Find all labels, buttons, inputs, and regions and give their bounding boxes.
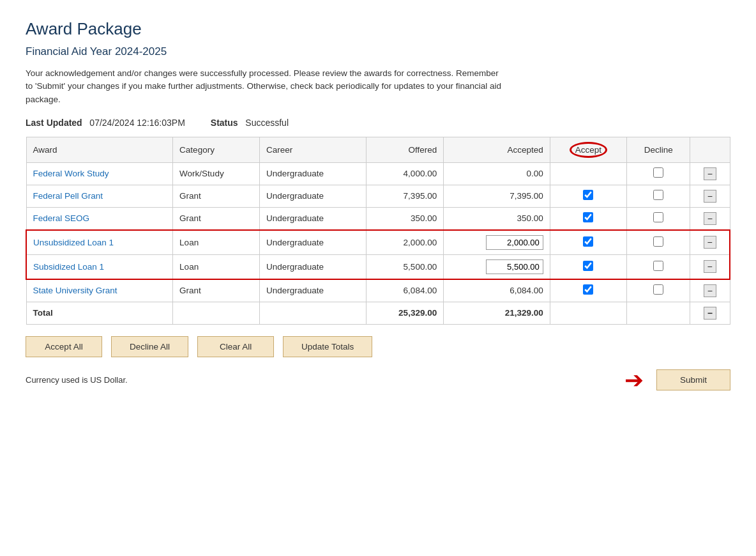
table-row: Federal SEOGGrantUndergraduate350.00350.… bbox=[26, 207, 730, 230]
decline-checkbox[interactable] bbox=[653, 190, 663, 200]
accept-checkbox-cell[interactable] bbox=[550, 279, 626, 302]
decline-checkbox[interactable] bbox=[653, 167, 663, 178]
accept-checkbox-cell[interactable] bbox=[550, 162, 626, 185]
accept-checkbox-cell[interactable] bbox=[550, 254, 626, 279]
accept-checkbox[interactable] bbox=[583, 212, 593, 222]
award-name: State University Grant bbox=[26, 279, 173, 302]
minus-button-cell[interactable]: − bbox=[690, 162, 730, 185]
awards-table: Award Category Career Offered Accepted A… bbox=[26, 137, 730, 325]
award-offered: 350.00 bbox=[366, 207, 444, 230]
award-offered: 2,000.00 bbox=[366, 230, 444, 255]
decline-all-button[interactable]: Decline All bbox=[111, 336, 188, 357]
award-offered: 5,500.00 bbox=[366, 254, 444, 279]
action-buttons: Accept All Decline All Clear All Update … bbox=[26, 336, 730, 357]
award-link[interactable]: Federal Pell Grant bbox=[33, 191, 103, 201]
submit-arrow-icon: ➔ bbox=[624, 369, 644, 392]
accept-all-button[interactable]: Accept All bbox=[26, 336, 102, 357]
table-row: Unsubsidized Loan 1LoanUndergraduate2,00… bbox=[26, 230, 730, 255]
award-name: Subsidized Loan 1 bbox=[26, 254, 173, 279]
total-accepted: 21,329.00 bbox=[444, 302, 550, 324]
status-value: Successful bbox=[245, 118, 289, 128]
accept-checkbox[interactable] bbox=[583, 261, 593, 271]
status-label: Status bbox=[211, 118, 238, 128]
col-accept: Accept bbox=[550, 137, 626, 162]
decline-checkbox-cell[interactable] bbox=[627, 185, 690, 207]
minus-button[interactable]: − bbox=[704, 167, 716, 180]
award-career: Undergraduate bbox=[259, 230, 366, 255]
minus-button[interactable]: − bbox=[704, 212, 716, 225]
table-row: State University GrantGrantUndergraduate… bbox=[26, 279, 730, 302]
award-category: Grant bbox=[173, 185, 260, 207]
accept-circle-highlight: Accept bbox=[570, 142, 607, 158]
total-offered: 25,329.00 bbox=[366, 302, 444, 324]
minus-button[interactable]: − bbox=[704, 284, 716, 297]
award-career: Undergraduate bbox=[259, 279, 366, 302]
minus-button[interactable]: − bbox=[704, 260, 716, 273]
accept-checkbox-cell[interactable] bbox=[550, 230, 626, 255]
minus-button[interactable]: − bbox=[704, 236, 716, 249]
decline-checkbox[interactable] bbox=[653, 212, 663, 222]
accept-checkbox[interactable] bbox=[583, 236, 593, 247]
decline-checkbox-cell[interactable] bbox=[627, 279, 690, 302]
footer: Currency used is US Dollar. ➔ Submit bbox=[26, 369, 730, 392]
award-name: Federal Pell Grant bbox=[26, 185, 173, 207]
award-accepted: 0.00 bbox=[444, 162, 550, 185]
award-offered: 7,395.00 bbox=[366, 185, 444, 207]
col-offered: Offered bbox=[366, 137, 444, 162]
award-link[interactable]: Subsidized Loan 1 bbox=[33, 262, 104, 272]
submit-area: ➔ Submit bbox=[624, 369, 730, 392]
table-row: Subsidized Loan 1LoanUndergraduate5,500.… bbox=[26, 254, 730, 279]
award-accepted[interactable] bbox=[444, 254, 550, 279]
award-career: Undergraduate bbox=[259, 207, 366, 230]
award-career: Undergraduate bbox=[259, 162, 366, 185]
minus-button-cell[interactable]: − bbox=[690, 254, 730, 279]
award-link[interactable]: State University Grant bbox=[33, 286, 117, 295]
minus-button-cell[interactable]: − bbox=[690, 279, 730, 302]
award-category: Work/Study bbox=[173, 162, 260, 185]
award-link[interactable]: Federal SEOG bbox=[33, 213, 90, 223]
currency-note: Currency used is US Dollar. bbox=[26, 375, 128, 385]
award-accepted[interactable] bbox=[444, 230, 550, 255]
table-row: Federal Pell GrantGrantUndergraduate7,39… bbox=[26, 185, 730, 207]
award-accepted: 6,084.00 bbox=[444, 279, 550, 302]
minus-button-cell[interactable]: − bbox=[690, 185, 730, 207]
accepted-amount-input[interactable] bbox=[486, 235, 543, 250]
accept-checkbox[interactable] bbox=[583, 284, 593, 295]
accept-checkbox[interactable] bbox=[583, 190, 593, 200]
award-category: Grant bbox=[173, 207, 260, 230]
total-category bbox=[173, 302, 260, 324]
award-accepted: 7,395.00 bbox=[444, 185, 550, 207]
decline-checkbox[interactable] bbox=[653, 284, 663, 295]
decline-checkbox-cell[interactable] bbox=[627, 207, 690, 230]
decline-checkbox-cell[interactable] bbox=[627, 254, 690, 279]
award-name: Federal SEOG bbox=[26, 207, 173, 230]
award-name: Federal Work Study bbox=[26, 162, 173, 185]
award-link[interactable]: Unsubsidized Loan 1 bbox=[33, 238, 114, 247]
accept-checkbox-cell[interactable] bbox=[550, 207, 626, 230]
page-title: Award Package bbox=[26, 19, 730, 39]
col-accepted: Accepted bbox=[444, 137, 550, 162]
minus-button[interactable]: − bbox=[704, 190, 716, 203]
total-minus-button[interactable]: − bbox=[704, 307, 716, 320]
clear-all-button[interactable]: Clear All bbox=[197, 336, 274, 357]
accepted-amount-input[interactable] bbox=[486, 259, 543, 274]
minus-button-cell[interactable]: − bbox=[690, 207, 730, 230]
last-updated-label: Last Updated bbox=[26, 118, 82, 128]
accept-checkbox-cell[interactable] bbox=[550, 185, 626, 207]
submit-button[interactable]: Submit bbox=[656, 369, 730, 390]
decline-checkbox-cell[interactable] bbox=[627, 162, 690, 185]
update-totals-button[interactable]: Update Totals bbox=[283, 336, 372, 357]
success-message: Your acknowledgement and/or changes were… bbox=[26, 67, 504, 106]
total-minus-cell[interactable]: − bbox=[690, 302, 730, 324]
table-row: Federal Work StudyWork/StudyUndergraduat… bbox=[26, 162, 730, 185]
award-career: Undergraduate bbox=[259, 254, 366, 279]
minus-button-cell[interactable]: − bbox=[690, 230, 730, 255]
decline-checkbox-cell[interactable] bbox=[627, 230, 690, 255]
status-bar: Last Updated 07/24/2024 12:16:03PM Statu… bbox=[26, 118, 730, 128]
decline-checkbox[interactable] bbox=[653, 236, 663, 247]
col-category: Category bbox=[173, 137, 260, 162]
award-link[interactable]: Federal Work Study bbox=[33, 169, 109, 178]
decline-checkbox[interactable] bbox=[653, 261, 663, 271]
award-career: Undergraduate bbox=[259, 185, 366, 207]
col-decline: Decline bbox=[627, 137, 690, 162]
